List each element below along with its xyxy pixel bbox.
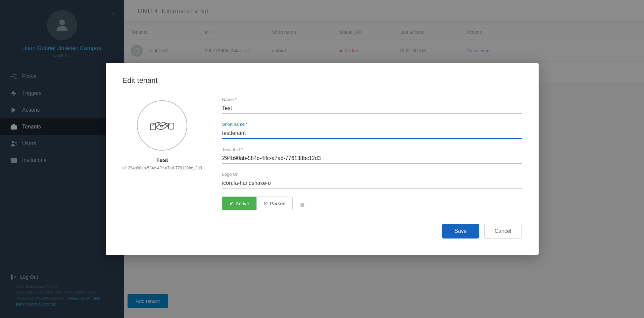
- modal-form: Name * Short name * Tenant id * Logo Url: [222, 97, 522, 210]
- short-name-field-group: Short name *: [222, 122, 522, 139]
- status-buttons: ✔ Active ⊙ Parked: [222, 197, 522, 210]
- modal-title: Edit tenant: [122, 76, 522, 85]
- logo-url-field-group: Logo Url: [222, 172, 522, 189]
- handshake-icon: [149, 112, 176, 139]
- active-check-icon: ✔: [229, 200, 234, 207]
- status-active-button[interactable]: ✔ Active: [222, 197, 256, 210]
- modal-body: Test Id: 294b90ab-584c-4ffc-a7ad-776138b…: [122, 97, 522, 210]
- tenant-id-label: Tenant id *: [222, 147, 522, 152]
- save-button[interactable]: Save: [442, 224, 479, 238]
- logo-url-input[interactable]: [222, 178, 522, 189]
- parked-circle-icon: ⊙: [263, 200, 268, 207]
- tenant-preview-name: Test: [156, 157, 168, 164]
- logo-url-label: Logo Url: [222, 172, 522, 177]
- modal-overlay: Edit tenant: [0, 0, 644, 318]
- parked-label: Parked: [270, 201, 286, 206]
- tenant-id-input[interactable]: [222, 153, 522, 164]
- tenant-id-field-group: Tenant id *: [222, 147, 522, 164]
- edit-tenant-modal: Edit tenant: [106, 63, 539, 255]
- short-name-input[interactable]: [222, 128, 522, 139]
- name-field-group: Name *: [222, 97, 522, 114]
- modal-footer: Save Cancel: [122, 224, 522, 238]
- status-parked-button[interactable]: ⊙ Parked: [256, 197, 293, 210]
- tenant-icon-circle: [137, 100, 187, 151]
- tenant-preview-id: Id: 294b90ab-584c-4ffc-a7ad-776138bc12d3: [122, 166, 202, 170]
- cancel-button[interactable]: Cancel: [484, 224, 522, 238]
- active-label: Active: [236, 201, 249, 206]
- name-label: Name *: [222, 97, 522, 102]
- name-input[interactable]: [222, 103, 522, 114]
- modal-left-preview: Test Id: 294b90ab-584c-4ffc-a7ad-776138b…: [122, 97, 202, 210]
- svg-rect-11: [168, 123, 174, 129]
- short-name-label: Short name *: [222, 122, 522, 127]
